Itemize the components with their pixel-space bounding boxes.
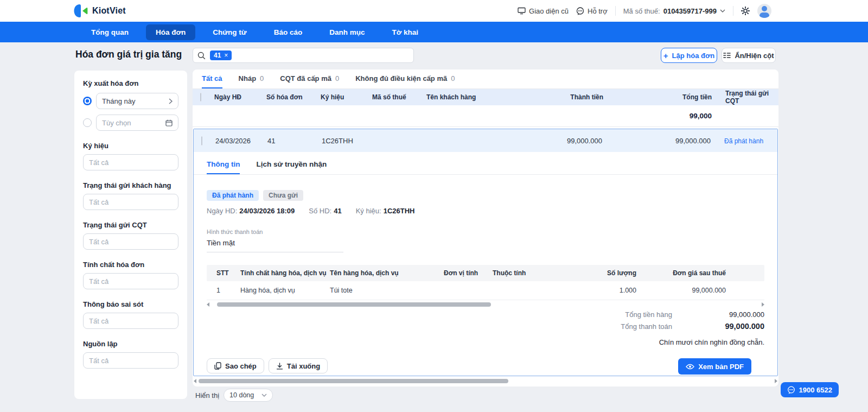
tag-close-icon[interactable]: × bbox=[224, 52, 228, 59]
period-this-month-select[interactable]: Tháng này bbox=[96, 93, 178, 109]
items-table-header: STT Tính chất hàng hóa, dịch vụ Tên hàng… bbox=[207, 265, 764, 281]
item-stt: 1 bbox=[207, 287, 240, 294]
tab-nhap[interactable]: Nháp0 bbox=[239, 69, 264, 88]
show-label: Hiển thị bbox=[195, 391, 219, 400]
divider bbox=[733, 6, 733, 16]
row-number: 41 bbox=[267, 137, 322, 145]
support-hotline-button[interactable]: 1900 6522 bbox=[781, 382, 839, 397]
settings-button[interactable] bbox=[741, 7, 750, 15]
create-invoice-label: Lập hóa đơn bbox=[672, 52, 715, 60]
chevron-down-icon bbox=[720, 9, 725, 12]
plus-icon: + bbox=[663, 52, 668, 60]
search-tag-value: 41 bbox=[214, 52, 221, 59]
panel-horizontal-scrollbar[interactable] bbox=[194, 379, 777, 383]
toggle-columns-button[interactable]: Ẩn/Hiện cột bbox=[722, 48, 776, 63]
row-symbol: 1C26THH bbox=[322, 137, 373, 145]
radio-this-month[interactable] bbox=[83, 97, 92, 105]
filter-input-tinh-chat[interactable] bbox=[83, 273, 178, 289]
filter-label-sai-sot: Thông báo sai sót bbox=[83, 300, 178, 308]
calendar-icon bbox=[165, 119, 173, 126]
filter-label-nguon-lap: Nguồn lập bbox=[83, 340, 178, 348]
old-ui-link[interactable]: Giao diện cũ bbox=[518, 7, 569, 15]
filter-input-gui-khach-hang[interactable] bbox=[83, 194, 178, 210]
search-input[interactable]: 41 × bbox=[193, 48, 414, 63]
invoice-row[interactable]: 24/03/2026 41 1C26THH 99,000.000 99,000.… bbox=[194, 129, 777, 152]
divider bbox=[615, 6, 616, 16]
view-pdf-button[interactable]: Xem bản PDF bbox=[678, 358, 751, 375]
page-size-value: 10 dòng bbox=[229, 391, 254, 399]
filter-input-gui-cqt[interactable] bbox=[83, 233, 178, 250]
search-icon bbox=[197, 52, 206, 60]
copy-button[interactable]: Sao chép bbox=[207, 358, 264, 373]
pagination-footer: Hiển thị 10 dòng bbox=[195, 389, 273, 402]
info-number-value: 41 bbox=[334, 207, 341, 215]
items-col-price: Đơn giá sau thuế bbox=[636, 269, 726, 277]
payment-method-label: Hình thức thanh toán bbox=[207, 229, 764, 235]
period-custom-select[interactable]: Tùy chọn bbox=[96, 115, 178, 131]
col-header-ten-khach-hang: Tên khách hàng bbox=[426, 93, 541, 101]
info-date-label: Ngày HD: bbox=[207, 207, 237, 215]
items-horizontal-scrollbar[interactable] bbox=[207, 302, 764, 307]
columns-icon bbox=[723, 52, 731, 59]
radio-custom-period[interactable] bbox=[83, 118, 92, 127]
download-button[interactable]: Tải xuống bbox=[269, 358, 328, 373]
page-size-select[interactable]: 10 dòng bbox=[224, 389, 273, 402]
items-col-type: Tính chất hàng hóa, dịch vụ bbox=[240, 269, 330, 277]
toggle-columns-label: Ẩn/Hiện cột bbox=[735, 52, 774, 60]
brand-logo[interactable]: KiotViet bbox=[73, 0, 126, 22]
detail-tab-thong-tin[interactable]: Thông tin bbox=[207, 155, 240, 174]
download-icon bbox=[276, 363, 283, 370]
tab-khong-du-dieu-kien[interactable]: Không đủ điều kiện cấp mã0 bbox=[355, 69, 455, 88]
filter-input-nguon-lap[interactable] bbox=[83, 352, 178, 369]
filter-sidebar: Kỳ xuất hóa đơn Tháng này Tùy chọn Ký hi… bbox=[74, 71, 187, 399]
chevron-right-icon bbox=[169, 98, 173, 104]
filter-input-sai-sot[interactable] bbox=[83, 313, 178, 329]
summary-total-value: 99,000 bbox=[603, 112, 712, 120]
search-filter-tag[interactable]: 41 × bbox=[210, 50, 232, 60]
scrollbar-thumb[interactable] bbox=[217, 302, 491, 307]
top-bar: KiotViet Giao diện cũ Hỗ trợ bbox=[0, 0, 868, 22]
scrollbar-thumb[interactable] bbox=[199, 379, 508, 383]
chat-bubble-icon bbox=[787, 386, 795, 394]
row-checkbox[interactable] bbox=[201, 136, 202, 145]
item-type: Hàng hóa, dịch vụ bbox=[240, 287, 330, 294]
create-invoice-button[interactable]: + Lập hóa đơn bbox=[661, 48, 717, 63]
scroll-left-icon[interactable] bbox=[207, 302, 209, 307]
scroll-left-icon[interactable] bbox=[194, 379, 196, 383]
total-payment-value: 99,000.000 bbox=[672, 322, 764, 331]
monitor-icon bbox=[518, 7, 526, 15]
tax-code-dropdown[interactable]: Mã số thuế: 0104359717-999 bbox=[623, 7, 725, 15]
nav-bao-cao[interactable]: Báo cáo bbox=[264, 24, 312, 40]
summary-row: 99,000 bbox=[193, 105, 778, 127]
nav-tong-quan[interactable]: Tổng quan bbox=[81, 24, 138, 40]
detail-tab-lich-su[interactable]: Lịch sử truyền nhận bbox=[256, 155, 327, 174]
help-chat-icon bbox=[576, 7, 584, 15]
scroll-right-icon[interactable] bbox=[762, 302, 764, 307]
nav-danh-muc[interactable]: Danh mục bbox=[320, 24, 374, 40]
row-date: 24/03/2026 bbox=[215, 137, 267, 145]
filter-input-ky-hieu[interactable] bbox=[83, 154, 178, 170]
filter-label-tinh-chat: Tính chất hóa đơn bbox=[83, 261, 178, 269]
scroll-right-icon[interactable] bbox=[775, 379, 777, 383]
total-payment-label: Tổng thanh toán bbox=[621, 322, 672, 331]
amount-in-words: Chín mươi chín nghìn đồng chẵn. bbox=[207, 338, 764, 346]
help-link[interactable]: Hỗ trợ bbox=[576, 7, 608, 15]
nav-to-khai[interactable]: Tờ khai bbox=[382, 24, 428, 40]
gear-icon bbox=[741, 7, 750, 15]
items-col-qty: Số lượng bbox=[582, 269, 636, 277]
chevron-down-icon bbox=[261, 394, 267, 397]
items-col-attr: Thuộc tính bbox=[493, 269, 582, 277]
items-table-row: 1 Hàng hóa, dịch vụ Túi tote 1.000 99,00… bbox=[207, 281, 764, 300]
copy-icon bbox=[214, 362, 221, 370]
nav-chung-tu[interactable]: Chứng từ bbox=[203, 24, 256, 40]
tab-tat-ca[interactable]: Tất cả bbox=[202, 69, 222, 88]
eye-icon bbox=[686, 364, 694, 370]
user-avatar[interactable] bbox=[757, 4, 771, 18]
select-all-checkbox[interactable] bbox=[200, 93, 201, 102]
invoice-list-panel: Tất cả Nháp0 CQT đã cấp mã0 Không đủ điề… bbox=[193, 69, 778, 386]
view-pdf-label: Xem bản PDF bbox=[698, 363, 744, 371]
row-status-link[interactable]: Đã phát hành bbox=[724, 137, 763, 145]
filter-label-gui-cqt: Trạng thái gửi CQT bbox=[83, 221, 178, 229]
nav-hoa-don[interactable]: Hóa đơn bbox=[146, 24, 195, 40]
tab-cqt-da-cap-ma[interactable]: CQT đã cấp mã0 bbox=[280, 69, 339, 88]
